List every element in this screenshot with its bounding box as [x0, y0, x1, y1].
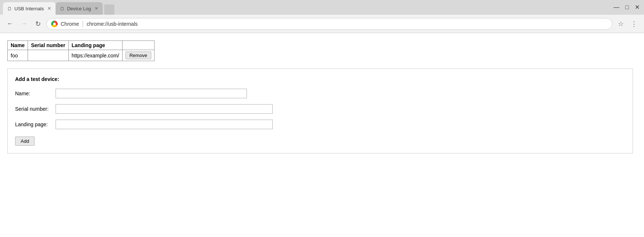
tab-device-log-label: Device Log — [67, 6, 91, 11]
chrome-icon — [51, 21, 58, 27]
cell-action: Remove — [122, 50, 154, 61]
new-tab-button[interactable] — [104, 4, 114, 15]
window-controls: — □ ✕ — [613, 4, 640, 10]
serial-label: Serial number: — [15, 106, 56, 112]
url-text: chrome://usb-internals — [86, 21, 608, 27]
minimize-button[interactable]: — — [613, 4, 619, 10]
tab-device-log[interactable]: 🗋 Device Log ✕ — [56, 2, 103, 15]
close-button[interactable]: ✕ — [635, 4, 640, 10]
bookmark-button[interactable]: ☆ — [615, 18, 626, 29]
tab-usb-internals-label: USB Internals — [14, 6, 44, 11]
address-bar[interactable]: Chrome | chrome://usb-internals — [46, 18, 612, 30]
page-content: Name Serial number Landing page foo http… — [0, 33, 644, 237]
add-device-form: Add a test device: Name: Serial number: … — [7, 68, 633, 153]
tab-device-log-icon: 🗋 — [60, 6, 65, 11]
landing-row: Landing page: — [15, 120, 625, 129]
tab-device-log-close[interactable]: ✕ — [95, 6, 98, 11]
address-separator: | — [82, 20, 84, 28]
forward-button[interactable]: → — [18, 18, 29, 29]
chrome-label: Chrome — [61, 21, 79, 27]
name-label: Name: — [15, 91, 56, 96]
toolbar: ← → ↻ Chrome | chrome://usb-internals ☆ … — [0, 15, 644, 33]
device-table: Name Serial number Landing page foo http… — [7, 40, 155, 61]
landing-label: Landing page: — [15, 121, 56, 127]
cell-landing: https://example.com/ — [68, 50, 122, 61]
serial-input[interactable] — [56, 104, 273, 114]
remove-button[interactable]: Remove — [125, 52, 151, 59]
menu-button[interactable]: ⋮ — [629, 18, 640, 29]
title-bar: 🗋 USB Internals ✕ 🗋 Device Log ✕ — □ ✕ — [0, 0, 644, 15]
name-input[interactable] — [56, 89, 247, 98]
serial-row: Serial number: — [15, 104, 625, 114]
back-button[interactable]: ← — [4, 18, 15, 29]
col-header-landing: Landing page — [68, 41, 122, 50]
table-row: foo https://example.com/ Remove — [8, 50, 155, 61]
tab-usb-internals[interactable]: 🗋 USB Internals ✕ — [3, 2, 56, 15]
cell-serial — [28, 50, 68, 61]
toolbar-right: ☆ ⋮ — [615, 18, 640, 29]
reload-button[interactable]: ↻ — [32, 18, 43, 29]
landing-input[interactable] — [56, 120, 273, 129]
col-header-action — [122, 41, 154, 50]
add-device-title: Add a test device: — [15, 76, 625, 82]
cell-name: foo — [8, 50, 28, 61]
col-header-name: Name — [8, 41, 28, 50]
tab-page-icon: 🗋 — [7, 6, 12, 11]
col-header-serial: Serial number — [28, 41, 68, 50]
name-row: Name: — [15, 89, 625, 98]
maximize-button[interactable]: □ — [625, 4, 629, 10]
tab-usb-internals-close[interactable]: ✕ — [47, 6, 51, 11]
add-button[interactable]: Add — [15, 137, 35, 146]
